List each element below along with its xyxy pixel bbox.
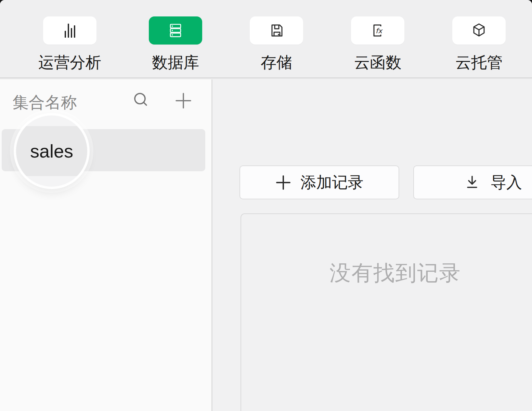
tab-label: 存储 [261,52,292,73]
tab-operations-analysis[interactable]: 运营分析 [38,0,101,73]
tab-label: 云函数 [354,52,401,73]
download-icon [463,174,481,191]
import-button[interactable]: 导入 [413,165,532,199]
search-collection-button[interactable] [131,90,151,110]
bar-chart-icon [61,22,79,39]
add-record-label: 添加记录 [301,172,364,193]
magnified-collection-name: sales [30,140,73,162]
records-pane: 添加记录 导入 没有找到记录 [212,79,532,411]
database-icon [167,22,184,39]
save-icon [268,22,285,39]
console-window: 运营分析 数据库 [0,0,532,411]
magnified-row: sales [16,126,87,176]
collections-title: 集合名称 [13,92,77,113]
tab-database[interactable]: 数据库 [149,0,202,73]
tab-database-button[interactable] [149,16,202,45]
svg-text:fx: fx [376,27,383,35]
tab-label: 数据库 [152,52,199,73]
add-record-button[interactable]: 添加记录 [239,165,399,199]
top-toolbar: 运营分析 数据库 [0,0,532,78]
function-fx-icon: fx [369,22,387,39]
collections-sidebar: 集合名称 sales [0,79,211,411]
cursor-magnifier-annotation: sales [16,115,87,187]
empty-state-message: 没有找到记录 [241,259,532,287]
import-label: 导入 [491,172,522,193]
records-panel: 没有找到记录 [241,213,532,411]
search-icon [131,90,151,110]
tab-cloud-hosting-button[interactable] [452,16,506,45]
tab-cloud-hosting[interactable]: 云托管 [452,0,506,73]
tab-cloud-functions[interactable]: fx 云函数 [351,0,404,73]
tab-storage[interactable]: 存储 [250,0,303,73]
tab-label: 云托管 [455,52,503,73]
tab-operations-analysis-button[interactable] [43,16,96,45]
plus-icon [174,91,193,110]
tab-cloud-functions-button[interactable]: fx [351,16,404,45]
plus-icon [275,175,291,190]
cube-icon [470,22,488,39]
tab-label: 运营分析 [38,52,101,73]
tab-storage-button[interactable] [250,16,303,45]
add-collection-button[interactable] [174,91,193,110]
